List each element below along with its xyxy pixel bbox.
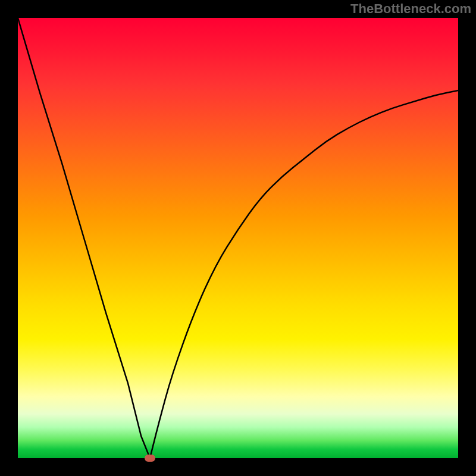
plot-area xyxy=(18,18,458,458)
watermark-text: TheBottleneck.com xyxy=(350,1,471,17)
curve-svg xyxy=(18,18,458,458)
right-branch-line xyxy=(150,90,458,458)
chart-container: TheBottleneck.com xyxy=(0,0,476,476)
minimum-marker xyxy=(145,455,155,462)
left-branch-line xyxy=(18,18,150,458)
